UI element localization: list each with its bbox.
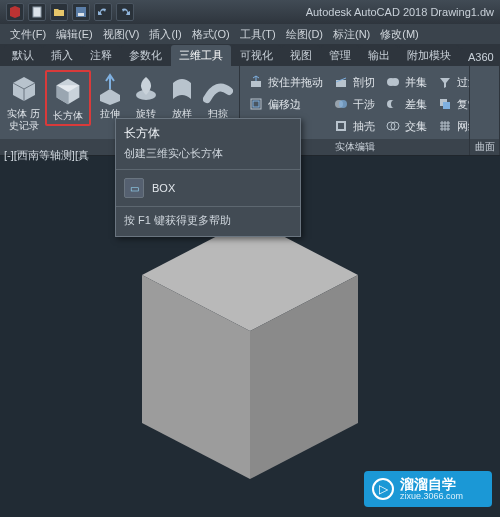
svg-rect-4	[251, 81, 261, 87]
box-label: 长方体	[53, 110, 83, 122]
svg-point-14	[391, 100, 399, 108]
svg-rect-10	[338, 123, 344, 129]
presspull-button[interactable]: 按住并拖动	[244, 72, 327, 92]
save-icon[interactable]	[72, 3, 90, 21]
copy-icon	[437, 96, 453, 112]
union-button[interactable]: 并集	[381, 72, 431, 92]
undo-icon[interactable]	[94, 3, 112, 21]
subtract-button[interactable]: 差集	[381, 94, 431, 114]
menu-format[interactable]: 格式(O)	[188, 26, 234, 43]
quick-access-toolbar: Autodesk AutoCAD 2018 Drawing1.dw	[0, 0, 500, 24]
subtract-icon	[385, 96, 401, 112]
play-icon: ▷	[372, 478, 394, 500]
menu-insert[interactable]: 插入(I)	[145, 26, 185, 43]
watermark-brand: 溜溜自学	[400, 477, 463, 491]
offsetedge-button[interactable]: 偏移边	[244, 94, 327, 114]
box-icon	[50, 72, 86, 108]
tab-a360[interactable]: A360	[460, 48, 500, 66]
menu-view[interactable]: 视图(V)	[99, 26, 144, 43]
svg-rect-0	[33, 7, 41, 17]
box-button-highlight: 长方体	[45, 70, 91, 126]
tab-annotate[interactable]: 注释	[82, 45, 120, 66]
menu-bar: 文件(F) 编辑(E) 视图(V) 插入(I) 格式(O) 工具(T) 绘图(D…	[0, 24, 500, 44]
box-button[interactable]: 长方体	[48, 72, 88, 122]
interfere-icon	[333, 96, 349, 112]
tab-manage[interactable]: 管理	[321, 45, 359, 66]
filter-icon	[437, 74, 453, 90]
network-button[interactable]: 网络	[433, 116, 469, 136]
divider	[116, 206, 300, 207]
tab-default[interactable]: 默认	[4, 45, 42, 66]
divider	[116, 169, 300, 170]
network-icon	[437, 118, 453, 134]
command-icon: ▭	[124, 178, 144, 198]
tooltip-box: 长方体 创建三维实心长方体 ▭ BOX 按 F1 键获得更多帮助	[115, 118, 301, 237]
svg-rect-18	[443, 102, 450, 109]
shell-icon	[333, 118, 349, 134]
tab-3dtools[interactable]: 三维工具	[171, 45, 231, 66]
svg-point-12	[391, 78, 399, 86]
tooltip-title: 长方体	[116, 119, 300, 146]
menu-tools[interactable]: 工具(T)	[236, 26, 280, 43]
loft-button[interactable]: 放样	[165, 70, 199, 120]
menu-file[interactable]: 文件(F)	[6, 26, 50, 43]
tooltip-desc: 创建三维实心长方体	[116, 146, 300, 167]
viewport-label[interactable]: [-][西南等轴测][真	[4, 148, 89, 163]
presspull-icon	[248, 74, 264, 90]
loft-icon	[164, 70, 200, 106]
tab-addons[interactable]: 附加模块	[399, 45, 459, 66]
extrude-icon	[92, 70, 128, 106]
revolve-icon	[128, 70, 164, 106]
new-icon[interactable]	[28, 3, 46, 21]
extrude-button[interactable]: 拉伸	[93, 70, 127, 120]
svg-rect-2	[78, 13, 84, 16]
solid-history-label: 实体 历史记录	[4, 108, 43, 132]
tab-visualize[interactable]: 可视化	[232, 45, 281, 66]
watermark-url: zixue.3066.com	[400, 491, 463, 501]
menu-modify[interactable]: 修改(M)	[376, 26, 423, 43]
menu-draw[interactable]: 绘图(D)	[282, 26, 327, 43]
slice-button[interactable]: 剖切	[329, 72, 379, 92]
intersect-button[interactable]: 交集	[381, 116, 431, 136]
open-icon[interactable]	[50, 3, 68, 21]
panel-surface: 曲面	[470, 66, 500, 155]
intersect-icon	[385, 118, 401, 134]
watermark: ▷ 溜溜自学 zixue.3066.com	[364, 471, 492, 507]
interfere-button[interactable]: 干涉	[329, 94, 379, 114]
panel-surface-label: 曲面	[470, 139, 499, 155]
tooltip-command: BOX	[152, 182, 175, 194]
redo-icon[interactable]	[116, 3, 134, 21]
app-menu-button[interactable]	[6, 3, 24, 21]
cube-model	[120, 201, 380, 481]
union-icon	[385, 74, 401, 90]
offsetedge-icon	[248, 96, 264, 112]
slice-icon	[333, 74, 349, 90]
sweep-icon	[200, 70, 236, 106]
shell-button[interactable]: 抽壳	[329, 116, 379, 136]
tab-view[interactable]: 视图	[282, 45, 320, 66]
tab-output[interactable]: 输出	[360, 45, 398, 66]
revolve-button[interactable]: 旋转	[129, 70, 163, 120]
sweep-button[interactable]: 扫掠	[201, 70, 235, 120]
ribbon-tabs: 默认 插入 注释 参数化 三维工具 可视化 视图 管理 输出 附加模块 A360…	[0, 44, 500, 66]
solid-history-button[interactable]: 实体 历史记录	[4, 70, 43, 132]
tooltip-help: 按 F1 键获得更多帮助	[116, 209, 300, 236]
svg-rect-6	[253, 101, 259, 107]
tab-insert[interactable]: 插入	[43, 45, 81, 66]
app-title: Autodesk AutoCAD 2018 Drawing1.dw	[306, 6, 494, 18]
copy-button[interactable]: 复制	[433, 94, 469, 114]
menu-edit[interactable]: 编辑(E)	[52, 26, 97, 43]
menu-dim[interactable]: 标注(N)	[329, 26, 374, 43]
solid-history-icon	[6, 70, 42, 106]
filter-button[interactable]: 过滤	[433, 72, 469, 92]
tab-parametric[interactable]: 参数化	[121, 45, 170, 66]
svg-point-8	[339, 100, 347, 108]
